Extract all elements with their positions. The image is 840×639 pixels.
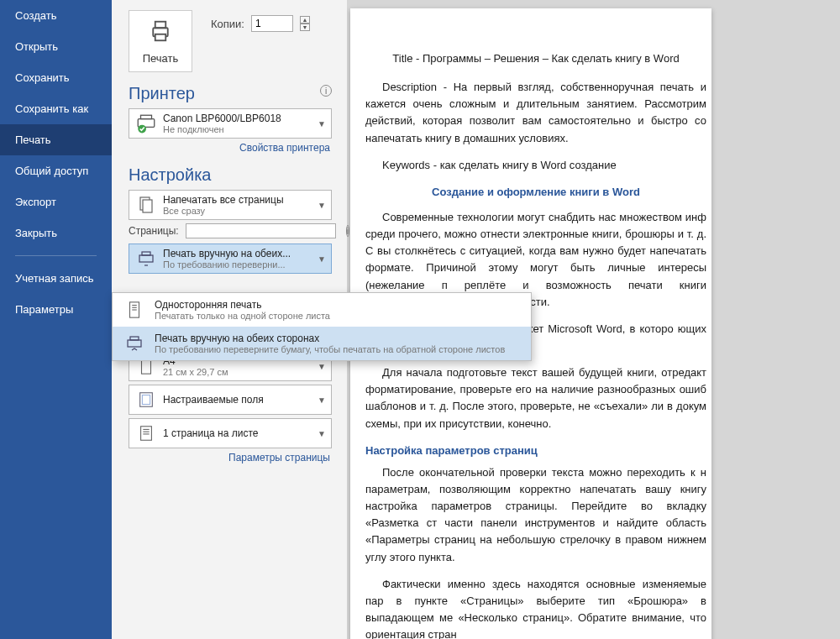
doc-paragraph: Для начала подготовьте текст вашей будущ… [365,364,706,432]
duplex-sub: По требованию переверни... [163,259,311,270]
sidebar-item-options[interactable]: Параметры [0,294,112,325]
chevron-down-icon: ▼ [316,395,328,405]
doc-heading-2: Настройка параметров страниц [365,443,706,459]
menu-item-title: Печать вручную на обеих сторонах [155,333,505,344]
info-icon[interactable]: i [346,225,349,237]
pages-per-sheet-dropdown[interactable]: 1 страница на листе ▼ [129,418,332,448]
chevron-down-icon: ▼ [316,254,328,264]
svg-rect-9 [142,252,150,255]
doc-paragraph: После окончательной проверки текста можн… [365,464,706,566]
chevron-down-icon: ▼ [316,429,328,438]
print-range-title: Напечатать все страницы [163,194,311,206]
doc-title: Title - Программы – Решения – Как сделат… [365,50,706,67]
sidebar-item-open[interactable]: Открыть [0,31,112,62]
printer-dropdown[interactable]: Canon LBP6000/LBP6018 Не подключен ▼ [129,108,332,139]
menu-item-sub: Печатать только на одной стороне листа [155,311,330,321]
doc-keywords: Keywords - как сделать книгу в Word созд… [365,157,706,174]
sidebar-separator [15,255,97,256]
menu-item-sub: По требованию переверните бумагу, чтобы … [155,344,505,354]
sidebar-item-save-as[interactable]: Сохранить как [0,93,112,124]
chevron-down-icon: ▼ [316,201,328,210]
single-page-icon [123,298,146,322]
copies-spinner[interactable]: ▲ ▼ [300,16,310,31]
chevron-down-icon: ▼ [316,119,328,128]
sheet-icon [134,422,158,445]
sidebar-item-account[interactable]: Учетная запись [0,263,112,294]
chevron-down-icon: ▼ [316,362,328,371]
svg-rect-7 [143,200,152,212]
margins-title: Настраиваемые поля [163,394,311,406]
margins-icon [134,388,158,411]
main-area: Печать Копии: ▲ ▼ Принтер i Canon LBP600… [112,0,840,639]
svg-rect-4 [141,115,152,118]
duplex-options-menu: Односторонняя печать Печатать только на … [112,292,532,361]
doc-paragraph: Фактически именно здесь находятся основн… [365,576,706,639]
pages-label: Страницы: [129,225,179,237]
svg-rect-13 [141,427,152,441]
doc-heading-1: Создание и оформление книги в Word [365,184,706,201]
printer-status: Не подключен [163,124,311,134]
copies-label: Копии: [211,18,244,30]
sidebar-item-export[interactable]: Экспорт [0,186,112,217]
print-range-dropdown[interactable]: Напечатать все страницы Все сразу ▼ [129,190,332,220]
sidebar-item-print[interactable]: Печать [0,124,112,155]
duplex-icon [134,247,158,270]
pages-per-sheet-title: 1 страница на листе [163,427,311,439]
copies-input[interactable] [251,15,293,32]
printer-icon [148,18,173,47]
printer-status-icon [134,112,158,135]
paper-size-sub: 21 см x 29,7 см [163,367,311,377]
doc-description: Description - На первый взгляд, собствен… [365,79,706,147]
svg-rect-12 [142,395,150,405]
pages-input[interactable] [186,223,336,238]
menu-item-manual-duplex[interactable]: Печать вручную на обеих сторонах По треб… [113,327,531,360]
print-range-sub: Все сразу [163,206,311,216]
sidebar-item-new[interactable]: Создать [0,0,112,31]
page-setup-link[interactable]: Параметры страницы [129,452,330,464]
sidebar-item-share[interactable]: Общий доступ [0,155,112,186]
duplex-printer-icon [123,332,146,355]
settings-section-title: Настройка [129,165,332,185]
printer-name: Canon LBP6000/LBP6018 [163,113,311,124]
printer-section-title: Принтер [129,84,195,103]
pages-icon [134,193,158,217]
duplex-dropdown[interactable]: Печать вручную на обеих... По требованию… [129,244,332,274]
menu-item-single-side[interactable]: Односторонняя печать Печатать только на … [113,293,531,327]
file-sidebar: Создать Открыть Сохранить Сохранить как … [0,0,112,639]
svg-rect-8 [139,255,153,262]
print-button-label: Печать [143,52,179,65]
info-icon[interactable]: i [320,85,332,97]
svg-rect-2 [155,34,166,40]
spinner-up-icon[interactable]: ▲ [300,16,310,24]
sidebar-item-close[interactable]: Закрыть [0,217,112,249]
print-panel: Печать Копии: ▲ ▼ Принтер i Canon LBP600… [112,0,347,639]
menu-item-title: Односторонняя печать [155,299,330,311]
duplex-title: Печать вручную на обеих... [163,248,311,259]
svg-rect-21 [128,340,141,347]
svg-rect-22 [130,337,139,340]
sidebar-item-save[interactable]: Сохранить [0,62,112,93]
svg-rect-1 [155,21,166,28]
print-button[interactable]: Печать [129,10,192,72]
spinner-down-icon[interactable]: ▼ [300,24,310,31]
printer-properties-link[interactable]: Свойства принтера [129,142,330,154]
margins-dropdown[interactable]: Настраиваемые поля ▼ [129,385,332,415]
